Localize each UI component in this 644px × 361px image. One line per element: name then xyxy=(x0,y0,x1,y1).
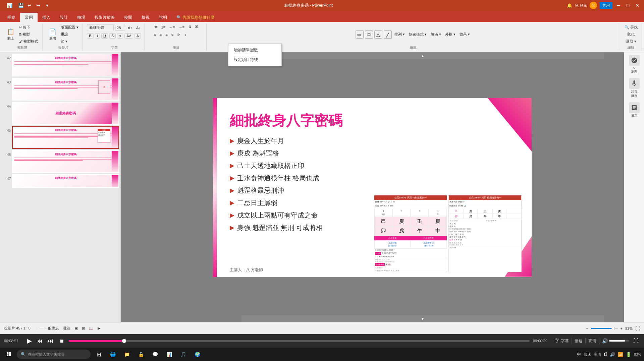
font-size-selector[interactable]: 28 xyxy=(115,25,125,31)
share-btn[interactable]: 共用 xyxy=(600,2,612,9)
view-btn-reading[interactable]: 📖 xyxy=(89,326,94,330)
more-quick-btn[interactable]: ▾ xyxy=(44,2,50,9)
play-pause-btn[interactable]: ▶ xyxy=(26,337,33,345)
browser-taskbar-btn[interactable]: 🌍 xyxy=(191,349,203,360)
subtitle-label[interactable]: 字幕 xyxy=(561,338,569,344)
arrange-btn[interactable]: 排列 ▾ xyxy=(393,31,406,39)
taskbar-network-icon[interactable]: 📶 xyxy=(618,352,623,357)
font-color-btn[interactable]: A xyxy=(135,33,141,39)
shape-tri[interactable]: △ xyxy=(374,31,382,39)
cut-btn[interactable]: ✂剪下 xyxy=(17,24,40,31)
lock-btn[interactable]: 🔒 xyxy=(135,349,147,360)
char-spacing-btn[interactable]: AV xyxy=(124,33,133,39)
text-direction-btn[interactable]: ⇅ xyxy=(187,24,193,30)
tab-tell-me[interactable]: 🔍 告訴我您想做什麼 xyxy=(172,13,219,22)
progress-handle[interactable] xyxy=(122,339,126,343)
ppt-taskbar-btn[interactable]: 📊 xyxy=(163,349,175,360)
taskbar-ime-icon[interactable]: 中 xyxy=(577,352,581,357)
chat-btn[interactable]: 💬 xyxy=(149,349,161,360)
fullscreen-btn[interactable]: ⛶ xyxy=(632,337,640,345)
tab-view[interactable]: 檢視 xyxy=(137,13,154,22)
numbering-btn[interactable]: 1≡ xyxy=(160,24,167,30)
zoom-slider[interactable] xyxy=(591,328,618,329)
ai-assistant-btn[interactable]: AI助理 xyxy=(629,55,640,74)
close-btn[interactable]: ✕ xyxy=(634,2,641,9)
tab-transitions[interactable]: 轉場 xyxy=(72,13,90,22)
redo-btn[interactable]: ↪ xyxy=(35,2,42,9)
copy-btn[interactable]: ⧉複製 xyxy=(17,31,40,38)
effects-btn[interactable]: 效果 ▾ xyxy=(458,31,471,39)
columns-btn[interactable]: ⫸ xyxy=(176,32,182,37)
zoom-in-btn[interactable]: + xyxy=(621,326,623,330)
section-btn[interactable]: 節 ▾ xyxy=(59,38,80,45)
shape-rect[interactable]: ▭ xyxy=(356,31,364,39)
tab-help[interactable]: 說明 xyxy=(154,13,172,22)
shape-oval[interactable]: ⬭ xyxy=(365,31,373,39)
slide-item-42[interactable]: 42 細批終身八字密碼 xyxy=(1,54,119,76)
zoom-out-btn[interactable]: − xyxy=(586,326,588,330)
slide-item-47[interactable]: 47 細批終身八字密碼 xyxy=(1,174,119,188)
music-btn[interactable]: 🎵 xyxy=(177,349,189,360)
scroll-down[interactable]: ▼ xyxy=(241,315,604,322)
decrease-indent-btn[interactable]: ←≡ xyxy=(168,24,176,30)
view-btn-slideshow[interactable]: ▶ xyxy=(98,326,100,330)
slide-item-44[interactable]: 44 細批終身密碼 xyxy=(1,102,119,125)
underline-btn[interactable]: U xyxy=(101,33,108,39)
align-center-btn[interactable]: ≡ xyxy=(158,32,163,37)
explorer-btn[interactable]: 📁 xyxy=(121,349,133,360)
align-right-btn[interactable]: ≡ xyxy=(164,32,169,37)
format-painter-btn[interactable]: 🖌複製格式 xyxy=(17,38,40,45)
shape-line[interactable]: ╱ xyxy=(384,31,392,39)
font-name-selector[interactable]: 新細明體 xyxy=(87,24,114,31)
start-btn[interactable] xyxy=(3,349,15,360)
taskbar-search-box[interactable]: 🔍 在這裡輸入文字來搜尋 xyxy=(17,350,91,359)
strikethrough-btn[interactable]: S xyxy=(109,33,116,39)
prev-btn[interactable]: ⏮ xyxy=(35,337,44,345)
speed-label[interactable]: 倍速 xyxy=(575,338,583,344)
find-btn[interactable]: 🔍 尋找 xyxy=(623,24,639,31)
italic-btn[interactable]: I xyxy=(95,33,100,39)
progress-bar[interactable] xyxy=(69,340,530,342)
align-left-btn[interactable]: ≡ xyxy=(153,32,157,37)
present-btn[interactable]: 展示 xyxy=(629,102,640,118)
convert-smartart-btn[interactable]: ⌘ xyxy=(194,24,200,30)
font-decrease-btn[interactable]: A↓ xyxy=(135,25,142,31)
fill-btn[interactable]: 填滿 ▾ xyxy=(429,31,442,39)
tab-slideshow[interactable]: 投影片放映 xyxy=(90,13,119,22)
replace-btn[interactable]: 取代 xyxy=(626,31,636,38)
fit-window-btn[interactable]: ⛶ xyxy=(635,326,640,331)
outline-btn[interactable]: 外框 ▾ xyxy=(444,31,457,39)
slide-item-46[interactable]: 46 細批終身八字密碼 xyxy=(1,150,119,173)
view-btn-slide-sorter[interactable]: ⊞ xyxy=(82,326,85,330)
quality-label[interactable]: 高清 xyxy=(588,338,596,344)
dropdown-item-0[interactable]: 增加清單層數 xyxy=(228,45,281,55)
voice-recognition-btn[interactable]: 語音識別 xyxy=(629,78,640,98)
justify-btn[interactable]: ≡ xyxy=(170,32,175,37)
new-slide-btn[interactable]: 📄 新增 xyxy=(47,27,59,42)
scroll-up[interactable]: ▲ xyxy=(241,52,604,59)
minimize-btn[interactable]: ─ xyxy=(615,2,622,9)
tab-home[interactable]: 常用 xyxy=(20,13,38,22)
volume-bar[interactable] xyxy=(609,340,629,342)
slide-item-43[interactable]: 43 細批終身八字密碼 表 xyxy=(1,78,119,101)
tab-design[interactable]: 設計 xyxy=(55,13,72,22)
taskbar-volume-icon[interactable]: 🔊 xyxy=(610,352,615,357)
tab-review[interactable]: 校閱 xyxy=(119,13,137,22)
increase-indent-btn[interactable]: →≡ xyxy=(177,24,186,30)
task-view-btn[interactable]: ⊞ xyxy=(93,349,105,360)
save-btn[interactable]: 💾 xyxy=(17,2,24,9)
line-spacing-btn[interactable]: ↕ xyxy=(183,32,188,37)
bold-btn[interactable]: B xyxy=(87,33,94,39)
view-btn-normal[interactable]: ▣ xyxy=(74,326,78,330)
stop-btn[interactable]: ⏹ xyxy=(58,338,65,344)
bullets-btn[interactable]: ≔ xyxy=(153,24,159,30)
edge-btn[interactable]: 🌐 xyxy=(107,349,119,360)
slide-item-45[interactable]: 45 細批終身八字密碼 表格 己庚壬庚 卯戌午申 xyxy=(1,126,119,149)
reset-btn[interactable]: 重設 xyxy=(59,31,80,38)
font-increase-btn[interactable]: A↑ xyxy=(126,25,133,31)
tab-file[interactable]: 檔案 xyxy=(3,13,20,22)
undo-btn[interactable]: ↩ xyxy=(26,2,33,9)
next-btn[interactable]: ⏭ xyxy=(46,337,55,345)
shadow-btn[interactable]: s xyxy=(117,33,123,39)
dropdown-item-1[interactable]: 設定項目符號 xyxy=(228,55,281,65)
